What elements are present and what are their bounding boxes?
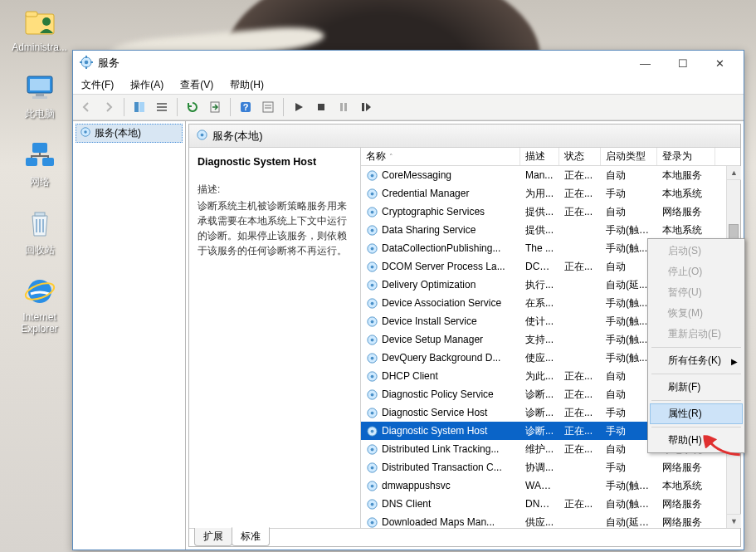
nav-tree-root[interactable]: 服务(本地) xyxy=(76,124,183,143)
desktop-icon-label: 回收站 xyxy=(25,243,55,257)
context-menu-item: 重新启动(E) xyxy=(650,324,743,344)
ie-icon xyxy=(22,274,57,309)
network-icon xyxy=(22,138,57,173)
column-header-startup[interactable]: 启动类型 xyxy=(601,148,657,165)
svg-point-73 xyxy=(371,484,374,487)
svg-rect-33 xyxy=(362,103,364,111)
view-list-button[interactable] xyxy=(152,97,172,117)
maximize-button[interactable]: ☐ xyxy=(664,51,701,75)
cell-desc: 诊断... xyxy=(520,388,559,402)
start-service-button[interactable] xyxy=(289,97,309,117)
svg-rect-6 xyxy=(32,96,47,99)
context-menu-item: 恢复(M) xyxy=(650,303,743,324)
help-button[interactable]: ? xyxy=(236,97,256,117)
service-row[interactable]: CoreMessagingMan...正在...自动本地服务 xyxy=(361,166,740,184)
nav-back-button[interactable] xyxy=(76,97,96,117)
desktop-icon-recyclebin[interactable]: 回收站 xyxy=(8,206,71,257)
desktop-icon-label: 网络 xyxy=(30,175,50,189)
pause-service-button[interactable] xyxy=(334,97,354,117)
cell-desc: 支持... xyxy=(520,333,559,347)
svg-point-69 xyxy=(371,447,374,451)
context-menu-item[interactable]: 刷新(F) xyxy=(650,377,743,398)
svg-point-55 xyxy=(371,320,374,323)
cell-startup: 自动 xyxy=(601,169,657,183)
service-row[interactable]: dmwappushsvcWAP...手动(触发...本地系统 xyxy=(361,476,740,495)
svg-rect-8 xyxy=(26,158,37,166)
cell-logon: 本地系统 xyxy=(657,223,715,237)
context-menu-separator xyxy=(651,400,741,401)
column-header-desc[interactable]: 描述 xyxy=(520,148,559,165)
svg-rect-30 xyxy=(318,104,324,110)
cell-name: Cryptographic Services xyxy=(361,206,520,218)
cell-status: 正在... xyxy=(559,406,601,420)
service-row[interactable]: Downloaded Maps Man...供应...自动(延迟...网络服务 xyxy=(361,513,740,528)
svg-rect-5 xyxy=(36,94,44,96)
cell-name: Downloaded Maps Man... xyxy=(361,516,520,529)
export-button[interactable] xyxy=(205,97,225,117)
svg-point-71 xyxy=(371,466,374,469)
svg-point-47 xyxy=(371,247,374,250)
cell-desc: 诊断... xyxy=(520,424,559,438)
service-row[interactable]: DNS ClientDNS ...正在...自动(触发...网络服务 xyxy=(361,495,740,513)
svg-point-35 xyxy=(84,130,87,134)
context-menu-item[interactable]: 属性(R) xyxy=(650,403,743,424)
cell-logon: 本地系统 xyxy=(657,479,715,493)
cell-startup: 手动(触发... xyxy=(601,479,657,493)
menu-view[interactable]: 查看(V) xyxy=(177,76,217,94)
cell-logon: 网络服务 xyxy=(657,497,715,511)
desktop-icon-network[interactable]: 网络 xyxy=(8,138,71,189)
desktop-icons-column: Administra... 此电脑 网络 回收站 Internet Explor… xyxy=(8,4,71,335)
cell-desc: 维护... xyxy=(520,442,559,457)
context-menu-item[interactable]: 帮助(H) xyxy=(650,430,743,451)
svg-point-75 xyxy=(371,502,374,506)
context-menu-item[interactable]: 所有任务(K)▶ xyxy=(650,350,743,371)
desktop-icon-admin[interactable]: Administra... xyxy=(8,4,71,53)
stop-service-button[interactable] xyxy=(311,97,331,117)
tab-extended[interactable]: 扩展 xyxy=(194,528,232,546)
svg-point-43 xyxy=(371,210,374,213)
refresh-button[interactable] xyxy=(183,97,202,117)
column-header-status[interactable]: 状态 xyxy=(559,148,601,165)
column-header-logon[interactable]: 登录为 xyxy=(657,148,715,165)
menu-action[interactable]: 操作(A) xyxy=(127,76,167,94)
titlebar[interactable]: 服务 — ☐ ✕ xyxy=(73,51,744,76)
bottom-tabs: 扩展 标准 xyxy=(189,528,740,546)
menu-file[interactable]: 文件(F) xyxy=(78,76,117,94)
desktop-icon-ie[interactable]: Internet Explorer xyxy=(8,274,71,335)
desktop-icon-thispc[interactable]: 此电脑 xyxy=(8,70,71,121)
svg-point-49 xyxy=(371,265,374,268)
service-row[interactable]: Credential Manager为用...正在...手动本地系统 xyxy=(361,184,740,203)
cell-name: Distributed Transaction C... xyxy=(361,462,520,474)
context-menu-separator xyxy=(651,347,741,348)
cell-name: Device Setup Manager xyxy=(361,334,520,346)
cell-name: CoreMessaging xyxy=(361,169,520,182)
cell-desc: 为用... xyxy=(520,187,559,201)
cell-name: Delivery Optimization xyxy=(361,279,520,291)
cell-status: 正在... xyxy=(559,424,601,438)
svg-rect-22 xyxy=(157,106,167,108)
service-row[interactable]: Cryptographic Services提供...正在...自动网络服务 xyxy=(361,203,740,221)
menu-help[interactable]: 帮助(H) xyxy=(227,76,267,94)
tab-standard[interactable]: 标准 xyxy=(232,527,270,546)
svg-point-63 xyxy=(371,393,374,396)
nav-forward-button[interactable] xyxy=(99,97,119,117)
cell-startup: 自动 xyxy=(601,205,657,219)
cell-status: 正在... xyxy=(559,260,601,274)
cell-logon: 本地服务 xyxy=(657,169,715,183)
column-header-name[interactable]: 名称˄ xyxy=(361,148,520,165)
restart-service-button[interactable] xyxy=(356,97,376,117)
scroll-down-icon[interactable]: ▼ xyxy=(727,514,741,528)
view-detail-button[interactable] xyxy=(129,97,149,117)
service-row[interactable]: Distributed Transaction C...协调...手动网络服务 xyxy=(361,458,740,476)
minimize-button[interactable]: — xyxy=(627,51,664,75)
service-row[interactable]: Data Sharing Service提供...手动(触发...本地系统 xyxy=(361,221,740,239)
close-button[interactable]: ✕ xyxy=(701,51,739,75)
cell-status: 正在... xyxy=(559,442,601,457)
properties-button[interactable] xyxy=(258,97,278,117)
cell-desc: 协调... xyxy=(520,461,559,475)
cell-desc: 使计... xyxy=(520,315,559,329)
cell-desc: 提供... xyxy=(520,205,559,219)
svg-rect-27 xyxy=(263,102,273,112)
svg-rect-32 xyxy=(344,103,347,111)
scroll-up-icon[interactable]: ▲ xyxy=(727,166,741,180)
